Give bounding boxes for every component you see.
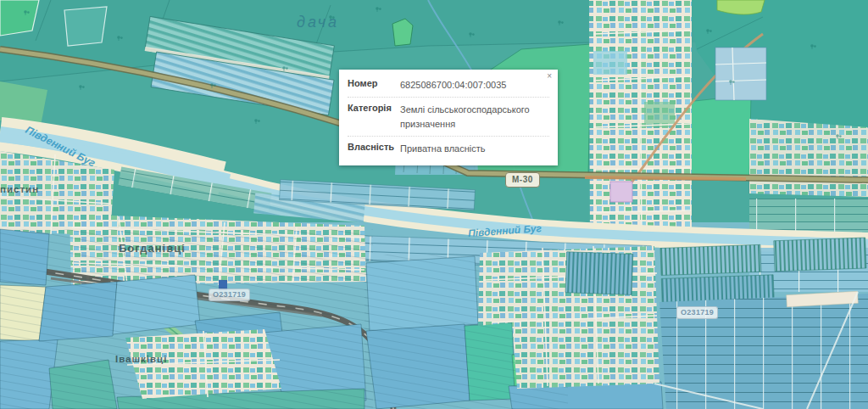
settlement-ivashkivtsi-area xyxy=(125,329,281,399)
lavender-block xyxy=(610,182,632,202)
popup-row-number: Номер 6825086700:04:007:0035 xyxy=(348,73,549,98)
popup-row-category: Категорія Землі сільськогосподарського п… xyxy=(348,98,549,137)
popup-label-category: Категорія xyxy=(348,103,400,132)
green-field-small xyxy=(392,19,413,46)
popup-label-number: Номер xyxy=(348,78,400,92)
popup-label-ownership: Власність xyxy=(348,142,400,156)
cadastral-map-app: дача Південний Буг Південний Буг Богдані… xyxy=(0,0,868,409)
popup-value-ownership: Приватна власність xyxy=(400,142,549,156)
map-canvas[interactable] xyxy=(0,0,868,409)
parcel-info-popup: × Номер 6825086700:04:007:0035 Категорія… xyxy=(339,70,558,165)
fields-bottom-right xyxy=(654,291,868,409)
popup-value-category: Землі сільськогосподарського призначення xyxy=(400,103,549,132)
popup-value-number: 6825086700:04:007:0035 xyxy=(400,78,549,92)
popup-row-ownership: Власність Приватна власність xyxy=(348,137,549,160)
close-icon[interactable]: × xyxy=(547,72,552,81)
